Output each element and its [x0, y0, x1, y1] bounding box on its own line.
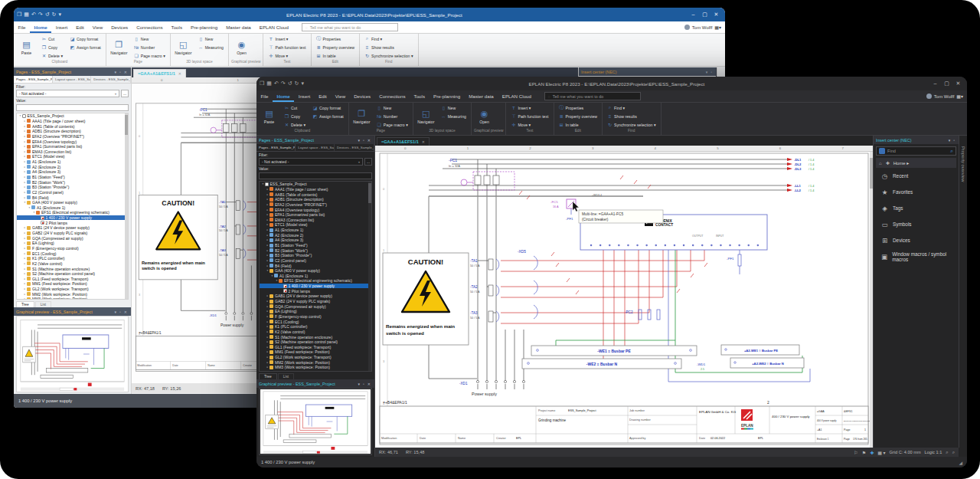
dock-tab[interactable]: Layout space - ESS_Sa...	[53, 76, 91, 83]
ribbon-tab[interactable]: File	[256, 90, 273, 102]
tree-item[interactable]: ▾A1 (Enclosure 1)	[260, 274, 371, 279]
tree-item[interactable]: ▸EMA3 (Connection list)	[260, 217, 371, 222]
tree-item[interactable]: ▸A4 (Enclosure 3)	[260, 238, 371, 243]
tree-item[interactable]: ▸S1 (Machine operation enclosure)	[260, 334, 371, 340]
ribbon-button[interactable]: ↔Measuring	[196, 43, 226, 51]
grid-toggle-icon[interactable]: ▦ ▾	[877, 450, 885, 455]
tree-item[interactable]: ▸GAB1 (24 V device power supply)	[17, 225, 128, 231]
tree-item[interactable]: 2 Pilot lamps	[17, 220, 128, 225]
undo-icon[interactable]: ↶	[31, 11, 36, 18]
tree-item[interactable]: ▸C2 (Control panel)	[260, 258, 371, 264]
close-icon[interactable]: ✕	[122, 310, 129, 314]
ribbon-tab[interactable]: Insert	[51, 21, 71, 33]
undo-list-icon[interactable]: ↺	[45, 11, 50, 18]
ribbon-button[interactable]: ≣Property overview	[314, 43, 358, 51]
graphical-preview[interactable]	[259, 388, 372, 455]
ribbon-tab[interactable]: Home	[30, 21, 51, 33]
editor-tab[interactable]: =GAA+A1&EFS1/1✕	[133, 69, 186, 77]
close-button[interactable]: ✕	[710, 11, 722, 18]
ribbon-button[interactable]: ◪Copy format	[310, 103, 346, 112]
undo-icon[interactable]: ↶	[274, 80, 279, 87]
ribbon-button[interactable]: ❐Navigator	[109, 34, 129, 60]
insert-center-search[interactable]: Find⌕	[876, 146, 956, 156]
ribbon-button[interactable]: ▯New	[374, 103, 410, 112]
open-icon[interactable]: ▦	[266, 80, 272, 87]
ribbon-button[interactable]: ⓘProperties	[557, 103, 600, 112]
tree-item[interactable]: ▸B2 (Station "Work")	[260, 248, 371, 253]
tree-item[interactable]: ▸EFA4 (Overview topology)	[17, 139, 128, 144]
tree-item[interactable]: ▸GL1 (Feed workpiece: Transport)	[260, 345, 371, 350]
ribbon-tab[interactable]: File	[14, 21, 30, 33]
close-tab-icon[interactable]: ✕	[178, 71, 181, 76]
ribbon-button[interactable]: ◩Assign format	[67, 43, 103, 51]
open-icon[interactable]: ▦	[24, 11, 29, 18]
resize-grip-icon[interactable]: ◢	[959, 460, 962, 465]
ribbon-tab[interactable]: Devices	[350, 90, 375, 102]
ribbon-button[interactable]: ⊞In table	[557, 120, 600, 129]
tree-item[interactable]: ▸AAA1 (Title page / cover sheet)	[260, 187, 371, 192]
tell-me-search[interactable]: ◌Tell me what you want to do	[544, 92, 641, 100]
tree-item[interactable]: ▾GAA (400 V power supply)	[260, 268, 371, 274]
redo-icon[interactable]: ↷	[38, 11, 43, 18]
tree-item[interactable]: ▸MM3 (Work workpiece: Position)	[260, 365, 371, 370]
tree-item[interactable]: ▸EPA1 (Summarized parts list)	[17, 144, 128, 149]
ribbon-button[interactable]: ❐Navigator	[351, 103, 372, 129]
tree-item[interactable]: ▸MM2 (Work workpiece: Position)	[260, 359, 371, 365]
ribbon-button[interactable]: ⓘProperties	[314, 34, 358, 43]
tree-item[interactable]: ▸A1 (Enclosure 1)	[17, 159, 128, 165]
tree-item[interactable]: ▸EFA2 (Overview "PROFINET")	[260, 202, 371, 208]
schematic-canvas[interactable]	[375, 152, 873, 448]
property-overview-tab[interactable]: Property overview	[959, 136, 967, 448]
close-icon[interactable]: ✕	[366, 382, 372, 386]
dock-tab[interactable]: Devices - ESS_Sample_...	[91, 76, 131, 83]
tree-item[interactable]: ▸ETC1 (Model view)	[260, 222, 371, 228]
tree-list-tab[interactable]: Tree	[16, 301, 34, 307]
tree-item[interactable]: ▸GAB2 (24 V supply PLC signals)	[260, 299, 371, 304]
ribbon-button[interactable]: ✛Move ▾	[266, 51, 308, 60]
tree-item[interactable]: ▸ADB1 (Structure description)	[260, 197, 371, 202]
customize-qat-icon[interactable]: ▾	[58, 11, 61, 18]
tree-item[interactable]: ▸K2 (Valve control)	[17, 261, 128, 267]
tree-item[interactable]: ▸S1 (Machine operation enclosure)	[17, 266, 128, 271]
undo-list-icon[interactable]: ↺	[288, 80, 292, 87]
ribbon-button[interactable]: ≣Property overview	[557, 112, 600, 120]
ribbon-tab[interactable]: EPLAN Cloud	[498, 90, 535, 102]
tree-item[interactable]: ▸S2 (Machine operation control panel)	[260, 340, 371, 345]
ribbon-tab[interactable]: Home	[273, 90, 294, 102]
ribbon-tab[interactable]: Insert	[294, 90, 314, 102]
tree-item[interactable]: ▸ADB1 (Structure description)	[17, 129, 128, 134]
tree-item[interactable]: ▸MM1 (Feed workpiece: Position)	[17, 281, 128, 287]
ribbon-button[interactable]: ≡Show results	[362, 43, 416, 51]
breadcrumb[interactable]: Home ▸	[893, 160, 910, 166]
tree-list-tab[interactable]: List	[278, 373, 294, 379]
tree-item[interactable]: ▸GAB1 (24 V device power supply)	[260, 294, 371, 299]
zoom-out-icon[interactable]: ⌕	[946, 450, 948, 455]
redo-list-icon[interactable]: ↻	[52, 11, 57, 18]
tree-item[interactable]: ▸GQA (Compressed air supply)	[260, 303, 371, 309]
tree-item[interactable]: ▸GL2 (Work workpiece: Transport)	[17, 287, 128, 292]
minimize-button[interactable]: –	[929, 80, 941, 87]
new-icon[interactable]: ❐	[260, 80, 264, 87]
ribbon-button[interactable]: ▤Paste	[259, 103, 279, 129]
editor-tab[interactable]: =GAA+A1&EFS1/1✕	[377, 137, 430, 146]
ribbon-button[interactable]: ▯New	[439, 103, 469, 112]
tree-item[interactable]: ▸C2 (Control panel)	[17, 190, 128, 195]
tree-item[interactable]: ▸A2 (Enclosure 2)	[17, 164, 128, 169]
ribbon-button[interactable]: ◩Assign format	[310, 112, 346, 120]
tree-item[interactable]: ▸EC1 (Cooling)	[17, 251, 128, 256]
maximize-button[interactable]: ▢	[941, 80, 952, 87]
ribbon-button[interactable]: ✛Move ▾	[508, 120, 550, 129]
ribbon-button[interactable]: TInsert ▾	[266, 34, 308, 43]
insert-center-item[interactable]: ◈Tags	[874, 200, 959, 216]
ribbon-button[interactable]: ❏Page macro ▾	[132, 51, 168, 60]
tree-item[interactable]: ▸F (Emergency-stop control)	[260, 314, 371, 320]
ribbon-button[interactable]: ◱Navigator	[173, 34, 194, 60]
ribbon-tab[interactable]: EPLAN Cloud	[255, 21, 292, 33]
pin-icon[interactable]: ▫	[709, 70, 714, 74]
filter-dropdown[interactable]: - Not activated -▾	[16, 90, 119, 97]
new-icon[interactable]: ❐	[17, 11, 21, 18]
ribbon-button[interactable]: ▤Paste	[16, 34, 37, 60]
ribbon-tab[interactable]: Connections	[132, 21, 167, 33]
user-account[interactable]: Tom Wolff▦▾	[684, 25, 725, 30]
tree-item[interactable]: ▸S2 (Machine operation control panel)	[17, 271, 128, 277]
